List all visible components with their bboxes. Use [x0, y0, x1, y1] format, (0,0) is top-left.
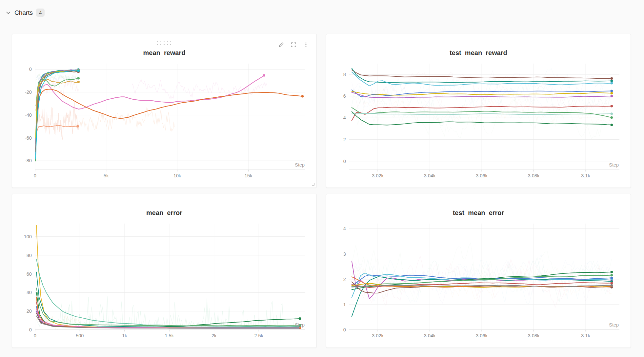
svg-text:10k: 10k [173, 173, 181, 178]
svg-text:Step: Step [295, 322, 305, 327]
svg-text:3.1k: 3.1k [581, 173, 590, 178]
svg-text:2k: 2k [211, 333, 217, 338]
panel-test-mean-error: test_mean_error 3.02k3.04k3.06k3.08k3.1k… [326, 194, 631, 348]
chart-area: 3.02k3.04k3.06k3.08k3.1k01234Step [330, 220, 627, 342]
pencil-icon[interactable] [278, 41, 284, 48]
chart-area: 05k10k15k0-20-40-60-80Step [15, 60, 313, 182]
svg-text:0: 0 [34, 333, 36, 338]
svg-text:1.5k: 1.5k [165, 333, 174, 338]
svg-text:4: 4 [343, 115, 346, 120]
svg-text:-40: -40 [25, 112, 32, 118]
svg-text:80: 80 [27, 253, 32, 258]
svg-text:100: 100 [24, 234, 32, 239]
svg-text:0: 0 [34, 173, 36, 178]
chart-title: mean_reward [12, 49, 316, 57]
chart-area: 05001k1.5k2k2.5k020406080100Step [15, 220, 313, 342]
svg-text:20: 20 [27, 308, 32, 314]
panel-mean-error: mean_error 05001k1.5k2k2.5k020406080100S… [12, 194, 317, 348]
svg-text:3.06k: 3.06k [476, 333, 488, 338]
svg-text:3.02k: 3.02k [372, 173, 384, 178]
svg-text:4: 4 [343, 226, 346, 231]
svg-text:-20: -20 [25, 89, 32, 95]
svg-text:40: 40 [27, 290, 32, 295]
charts-section-header: Charts 4 [0, 0, 644, 17]
svg-text:0: 0 [343, 159, 346, 164]
svg-text:3.08k: 3.08k [528, 173, 540, 178]
mean-reward-chart[interactable]: 05k10k15k0-20-40-60-80Step [15, 60, 313, 182]
svg-text:500: 500 [76, 333, 84, 338]
svg-text:0: 0 [343, 327, 346, 332]
chart-count-badge: 4 [36, 9, 45, 17]
svg-text:0: 0 [29, 327, 32, 332]
svg-text:3.04k: 3.04k [424, 333, 436, 338]
mean-error-chart[interactable]: 05001k1.5k2k2.5k020406080100Step [15, 220, 313, 342]
svg-text:60: 60 [27, 271, 32, 277]
chart-title: test_mean_error [326, 209, 631, 217]
chart-area: 3.02k3.04k3.06k3.08k3.1k02468Step [330, 60, 627, 182]
chart-title: test_mean_reward [326, 49, 631, 57]
svg-text:3.06k: 3.06k [476, 173, 488, 178]
svg-text:Step: Step [295, 162, 305, 168]
test-mean-reward-chart[interactable]: 3.02k3.04k3.06k3.08k3.1k02468Step [330, 60, 627, 182]
panel-mean-reward: mean_reward 05k10k15k0-20-40-60-80Step [12, 34, 317, 188]
test-mean-error-chart[interactable]: 3.02k3.04k3.06k3.08k3.1k01234Step [330, 220, 627, 342]
panel-toolbar [278, 41, 309, 48]
svg-text:Step: Step [609, 162, 619, 168]
svg-text:2: 2 [343, 137, 346, 142]
svg-text:2: 2 [343, 277, 346, 282]
charts-grid: mean_reward 05k10k15k0-20-40-60-80Step t… [12, 34, 644, 348]
panel-test-mean-reward: test_mean_reward 3.02k3.04k3.06k3.08k3.1… [326, 34, 631, 188]
svg-text:3.02k: 3.02k [372, 333, 384, 338]
section-title: Charts [14, 9, 33, 16]
svg-text:2.5k: 2.5k [254, 333, 263, 338]
svg-text:5k: 5k [104, 173, 109, 178]
svg-text:3: 3 [343, 251, 346, 257]
svg-text:3.04k: 3.04k [424, 173, 436, 178]
kebab-menu-icon[interactable] [303, 41, 309, 48]
svg-text:-60: -60 [25, 135, 32, 141]
chart-title: mean_error [12, 209, 316, 217]
svg-text:3.08k: 3.08k [528, 333, 540, 338]
svg-text:15k: 15k [245, 173, 252, 178]
svg-text:0: 0 [29, 67, 32, 72]
svg-text:1: 1 [343, 302, 346, 307]
svg-text:8: 8 [343, 72, 346, 77]
drag-handle-icon[interactable] [157, 41, 171, 45]
svg-text:Step: Step [609, 322, 619, 327]
svg-text:6: 6 [343, 93, 346, 99]
resize-corner-icon[interactable] [310, 181, 315, 186]
chevron-down-icon[interactable] [5, 10, 11, 16]
svg-text:-80: -80 [25, 158, 32, 163]
svg-text:3.1k: 3.1k [581, 333, 590, 338]
svg-text:1k: 1k [122, 333, 127, 338]
expand-icon[interactable] [290, 41, 297, 48]
